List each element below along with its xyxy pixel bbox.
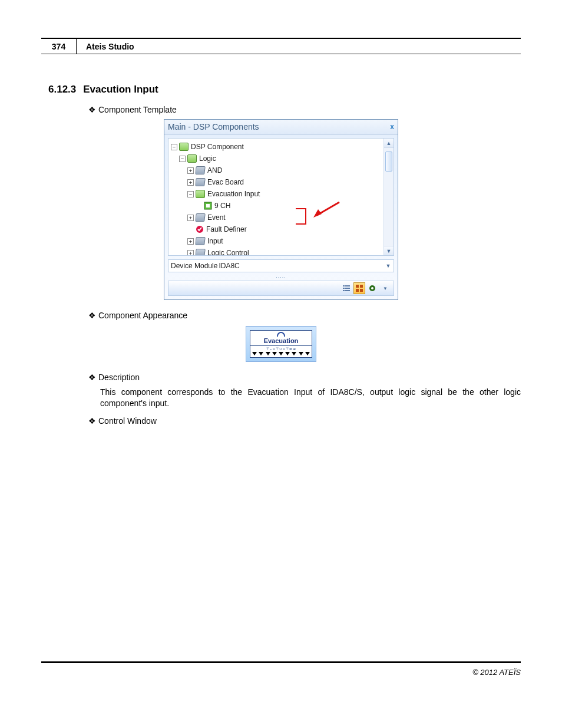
component-label: Evacuation [250,337,312,345]
section-title: Evacution Input [83,84,158,95]
panel-titlebar: Main - DSP Components x [164,120,398,134]
tree-node-evac-input[interactable]: − Evacuation Input [171,188,391,200]
svg-rect-14 [360,289,363,292]
expand-icon[interactable]: + [187,250,194,256]
tree-label: DSP Component [191,141,244,153]
tree-node-9ch[interactable]: 9 CH [171,200,391,212]
handle-icon [277,332,285,337]
component-appearance: Evacuation ⊤ ⌐ ∪ ⊤ ∪ ∪ ⊤ ⊗ ⊕ [246,326,316,362]
expand-icon[interactable]: + [187,179,194,186]
device-value: IDA8C [217,262,383,270]
svg-rect-9 [343,290,345,291]
folder-icon [195,237,205,245]
bullet-label: Component Appearance [98,311,187,320]
components-panel: Main - DSP Components x − DSP Component … [164,119,398,300]
bullet-appearance: ❖ Component Appearance [88,311,521,320]
svg-rect-1 [206,204,210,207]
section-number: 6.12.3 [48,84,76,95]
page-number: 374 [41,39,77,54]
tree-node-logic-control[interactable]: + Logic Control [171,247,391,256]
bullet-label: Control Window [98,416,157,426]
tree-node-and[interactable]: + AND [171,164,391,176]
diamond-icon: ❖ [88,373,96,382]
bullet-template: ❖ Component Template [88,105,521,114]
diamond-icon: ❖ [88,311,96,320]
folder-open-icon [179,143,189,151]
doc-title: Ateis Studio [77,39,134,54]
svg-point-16 [371,287,373,289]
tree-node-input[interactable]: + Input [171,235,391,247]
tree-label: AND [207,164,222,176]
page-header: 374 Ateis Studio [41,38,521,54]
folder-open-icon [187,154,197,163]
svg-rect-7 [343,288,345,289]
bullet-description: ❖ Description [88,373,521,382]
scroll-down-icon[interactable]: ▼ [384,246,394,255]
tree-label: Fault Definer [206,223,247,235]
svg-rect-12 [360,285,363,288]
tree-label: Event [207,212,226,223]
svg-rect-13 [356,289,359,292]
tree-label: Evacuation Input [207,188,260,200]
collapse-icon[interactable]: − [171,144,177,150]
fault-icon [196,225,204,233]
tree-node-root[interactable]: − DSP Component [171,141,391,153]
chevron-down-icon[interactable]: ▼ [383,263,394,269]
tree-label: 9 CH [214,200,230,212]
tree-node-logic[interactable]: − Logic [171,153,391,164]
folder-icon [195,249,205,256]
component-icon [204,202,212,210]
folder-icon [195,166,205,174]
expand-icon[interactable]: + [187,215,194,221]
tree-view[interactable]: − DSP Component − Logic + AND [168,138,394,256]
settings-button[interactable] [366,282,378,294]
device-label: Device Module [168,262,217,270]
svg-rect-8 [345,288,350,289]
folder-open-icon [196,190,205,198]
diamond-icon: ❖ [88,105,96,114]
scrollbar[interactable]: ▲ ▼ [384,139,394,255]
expand-icon[interactable]: + [187,238,194,245]
scroll-thumb[interactable] [385,151,392,172]
output-ports [250,351,312,357]
port-labels: ⊤ ⌐ ∪ ⊤ ∪ ∪ ⊤ ⊗ ⊕ [250,345,312,351]
page-footer: © 2012 ATEÏS [41,661,521,677]
folder-icon [195,178,205,186]
description-text: This component corresponds to the Evacua… [100,387,521,409]
tree-label: Input [207,235,223,247]
diamond-icon: ❖ [88,416,96,426]
tree-node-event[interactable]: + Event [171,212,391,223]
svg-rect-10 [345,290,350,291]
grid-view-button[interactable] [353,282,365,294]
toolbar-dropdown-icon[interactable]: ▼ [379,282,391,294]
resize-grip[interactable]: ····· [164,274,398,281]
tree-node-fault-definer[interactable]: Fault Definer [171,223,391,235]
tree-label: Logic Control [207,247,249,256]
section-heading: 6.12.3 Evacution Input [41,84,521,95]
svg-rect-6 [345,285,350,286]
collapse-icon[interactable]: − [179,156,186,162]
bullet-label: Description [98,373,140,382]
svg-rect-11 [356,285,359,288]
device-module-dropdown[interactable]: Device Module IDA8C ▼ [168,259,394,272]
tree-node-evac-board[interactable]: + Evac Board [171,176,391,188]
list-view-button[interactable] [340,282,352,294]
scroll-up-icon[interactable]: ▲ [384,139,394,148]
close-icon[interactable]: x [390,123,394,131]
tree-label: Logic [199,153,216,164]
expand-icon[interactable]: + [187,167,194,174]
collapse-icon[interactable]: − [187,191,194,197]
panel-title-text: Main - DSP Components [168,122,259,131]
bullet-label: Component Template [98,105,177,114]
panel-toolbar: ▼ [168,281,394,296]
tree-label: Evac Board [207,176,244,188]
svg-rect-5 [343,285,345,286]
bullet-control-window: ❖ Control Window [88,416,521,426]
folder-icon [195,213,205,222]
